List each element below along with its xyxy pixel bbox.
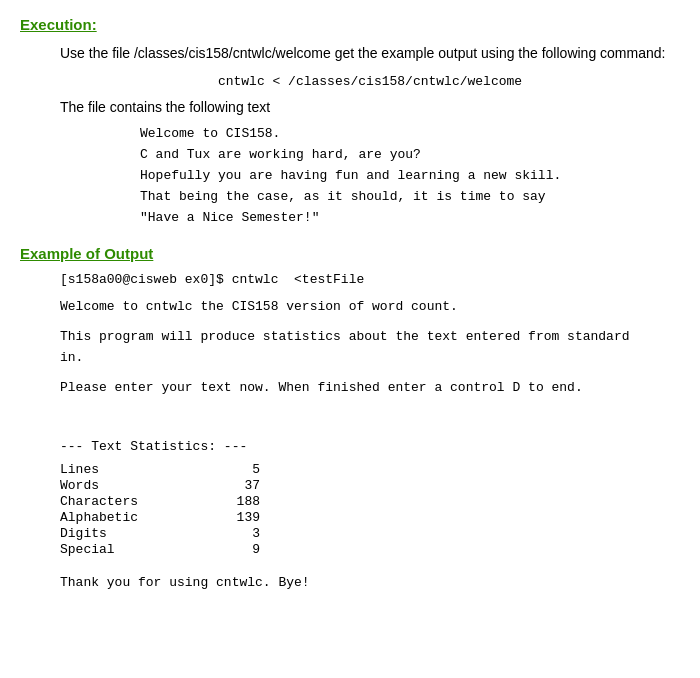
farewell-line: Thank you for using cntwlc. Bye! (60, 573, 680, 590)
file-line-5: "Have a Nice Semester!" (140, 210, 680, 225)
output-line-2: This program will produce statistics abo… (60, 325, 680, 368)
stat-alphabetic-value: 139 (220, 510, 260, 525)
stat-characters-label: Characters (60, 494, 220, 509)
example-output-section: Example of Output [s158a00@cisweb ex0]$ … (20, 245, 680, 590)
stat-digits: Digits 3 (60, 526, 680, 541)
execution-heading: Execution: (20, 16, 680, 33)
stat-special-value: 9 (220, 542, 260, 557)
stat-special-label: Special (60, 542, 220, 557)
file-line-4: That being the case, as it should, it is… (140, 189, 680, 204)
stats-block: Lines 5 Words 37 Characters 188 Alphabet… (60, 462, 680, 557)
execution-intro: Use the file /classes/cis158/cntwlc/welc… (60, 43, 680, 64)
prompt-line: [s158a00@cisweb ex0]$ cntwlc <testFile (60, 272, 680, 287)
file-intro: The file contains the following text (60, 97, 680, 118)
stat-lines: Lines 5 (60, 462, 680, 477)
stat-words-label: Words (60, 478, 220, 493)
stat-words-value: 37 (220, 478, 260, 493)
file-line-2: C and Tux are working hard, are you? (140, 147, 680, 162)
stats-header: --- Text Statistics: --- (60, 437, 680, 454)
stat-digits-label: Digits (60, 526, 220, 541)
execution-section: Execution: Use the file /classes/cis158/… (20, 16, 680, 225)
example-output-heading: Example of Output (20, 245, 680, 262)
stat-characters: Characters 188 (60, 494, 680, 509)
output-line-3: Please enter your text now. When finishe… (60, 376, 680, 398)
stat-words: Words 37 (60, 478, 680, 493)
example-output-body: [s158a00@cisweb ex0]$ cntwlc <testFile W… (60, 272, 680, 590)
file-line-3: Hopefully you are having fun and learnin… (140, 168, 680, 183)
stat-lines-label: Lines (60, 462, 220, 477)
stat-digits-value: 3 (220, 526, 260, 541)
stat-special: Special 9 (60, 542, 680, 557)
file-contents-block: Welcome to CIS158. C and Tux are working… (140, 126, 680, 225)
file-line-1: Welcome to CIS158. (140, 126, 680, 141)
stat-characters-value: 188 (220, 494, 260, 509)
output-line-1: Welcome to cntwlc the CIS158 version of … (60, 295, 680, 317)
stat-alphabetic-label: Alphabetic (60, 510, 220, 525)
stat-alphabetic: Alphabetic 139 (60, 510, 680, 525)
execution-body: Use the file /classes/cis158/cntwlc/welc… (60, 43, 680, 225)
execution-command: cntwlc < /classes/cis158/cntwlc/welcome (218, 74, 522, 89)
stat-lines-value: 5 (220, 462, 260, 477)
